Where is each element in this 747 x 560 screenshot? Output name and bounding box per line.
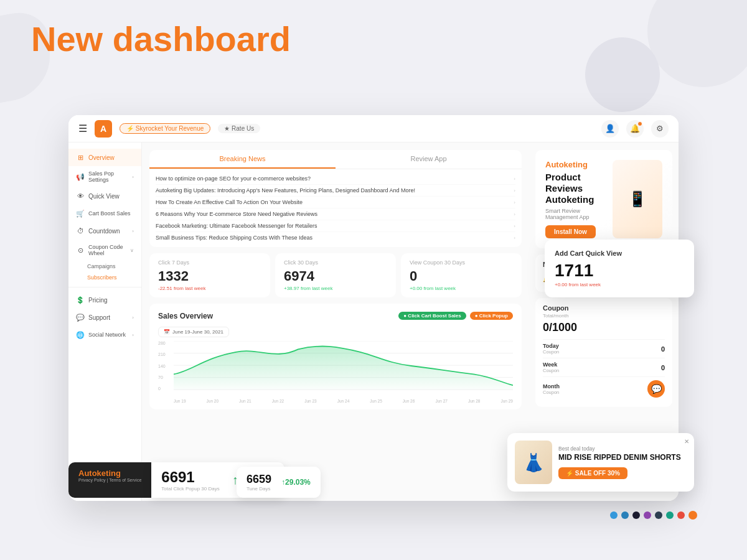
settings-gear-icon[interactable]: ⚙ [651, 120, 669, 138]
best-deal-image: 👗 [515, 441, 552, 484]
skyrocket-badge[interactable]: ⚡ Skyrocket Your Revenue [120, 123, 210, 134]
news-item[interactable]: How to optimize on-page SEO for your e-c… [156, 173, 515, 185]
sidebar-sales-pop-label: Sales Pop Settings [88, 170, 128, 183]
rate-us-badge[interactable]: ★ Rate Us [218, 124, 260, 133]
sidebar-item-pricing[interactable]: 💲 Pricing [68, 291, 141, 309]
sidebar-divider [68, 287, 141, 287]
news-arrow-icon: › [514, 200, 515, 205]
color-dot-5[interactable] [655, 511, 662, 519]
date-filter[interactable]: 📅 June 19-June 30, 2021 [158, 327, 229, 337]
sidebar-cart-boost-label: Cart Boost Sales [88, 210, 131, 217]
promo-image: 📱 [613, 160, 662, 238]
quick-view-value: 1711 [555, 261, 684, 281]
sale-off-button[interactable]: ⚡ SALE OFF 30% [558, 467, 627, 479]
color-dot-8[interactable] [688, 511, 697, 520]
stat-label-30: Click 30 Days [284, 259, 387, 266]
color-dot-4[interactable] [644, 511, 651, 519]
sidebar-coupon-label: Coupon Code Wheel [88, 244, 126, 256]
coupon-row-week: Week Coupon 0 [543, 358, 665, 376]
color-dot-2[interactable] [621, 511, 629, 519]
stat-value-coupon: 0 [410, 268, 513, 284]
sidebar-item-cart-boost[interactable]: 🛒 Cart Boost Sales [68, 205, 141, 222]
notification-dot [637, 121, 642, 126]
stat-change-coupon: +0.00 from last week [410, 286, 513, 291]
sales-header: Sales Overview ● Click Cart Boost Sales … [158, 310, 513, 321]
quick-view-card: Add Cart Quick View 1711 +0.00 from last… [545, 240, 694, 297]
tune-pct-value: 29.03% [285, 478, 311, 487]
sales-pop-icon: 📢 [76, 172, 85, 181]
news-arrow-icon: › [514, 212, 515, 217]
news-item[interactable]: 6 Reasons Why Your E-commerce Store Need… [156, 208, 515, 220]
coupon-row-month: Month Coupon 💬 [543, 376, 665, 401]
stat-change-7: -22.51 from last week [158, 286, 261, 291]
stats-row: Click 7 Days 1332 -22.51 from last week … [149, 253, 522, 297]
color-dot-7[interactable] [677, 511, 685, 519]
news-arrow-icon: › [514, 223, 515, 229]
sidebar-item-quick-view[interactable]: 👁 Quick View [68, 187, 141, 205]
coupon-total-label: Total/month [543, 313, 665, 319]
news-arrow-icon: › [514, 188, 515, 194]
color-dots [610, 511, 697, 520]
hamburger-menu[interactable]: ☰ [78, 123, 87, 134]
stat-change-30: +38.97 from last week [284, 286, 387, 291]
best-deal-subtitle: Best deal today [558, 446, 681, 452]
topbar-right: 👤 🔔 ⚙ [601, 120, 669, 138]
coupon-total-value: 0/1000 [543, 321, 665, 334]
tune-days-card: 6659 Tune Days ↑ 29.03% [237, 467, 321, 498]
color-dot-3[interactable] [632, 511, 640, 519]
news-item[interactable]: Autoketing Big Updates: Introducing App'… [156, 185, 515, 197]
chart-x-axis: Jun 19 Jun 20 Jun 21 Jun 22 Jun 23 Jun 2… [174, 399, 513, 403]
rate-us-label: ★ Rate Us [224, 125, 254, 132]
skyrocket-label: ⚡ Skyrocket Your Revenue [126, 125, 204, 132]
sidebar-item-sales-pop[interactable]: 📢 Sales Pop Settings › [68, 166, 141, 187]
support-icon: 💬 [76, 313, 85, 322]
arrow-icon-4: › [132, 315, 134, 320]
sales-section: Sales Overview ● Click Cart Boost Sales … [149, 304, 522, 409]
social-icon: 🌐 [76, 330, 85, 339]
stat-card-click-30: Click 30 Days 6974 +38.97 from last week [275, 253, 396, 297]
sidebar-sub-campaigns[interactable]: Campaigns [68, 261, 141, 272]
sidebar-item-social[interactable]: 🌐 Social Network › [68, 326, 141, 343]
stat-value-30: 6974 [284, 268, 387, 284]
sidebar-support-label: Support [88, 314, 110, 321]
sidebar-sub-subscribers[interactable]: Subscribers [68, 272, 141, 283]
badge-cart-boost: ● Click Cart Boost Sales [398, 312, 466, 320]
sidebar-item-coupon-wheel[interactable]: ⊙ Coupon Code Wheel ∨ [68, 240, 141, 261]
install-now-button[interactable]: Install Now [545, 225, 596, 238]
bottom-stat-info: 6691 Total Click Popup 30 Days [161, 469, 219, 492]
promo-subtitle: Smart Review Management App [545, 208, 606, 220]
coupon-rows: Today Coupon 0 Week Coupon 0 [543, 339, 665, 401]
sales-badges: ● Click Cart Boost Sales ● Click Popup [398, 312, 513, 320]
sales-chart: 280 210 140 70 0 [158, 341, 513, 403]
best-deal-text: Best deal today MID RISE RIPPED DENIM SH… [558, 446, 681, 478]
coupon-month-button[interactable]: 💬 [647, 380, 665, 398]
news-item[interactable]: How To Create An Effective Call To Actio… [156, 197, 515, 208]
bg-decoration-2 [585, 37, 660, 112]
sidebar-item-countdown[interactable]: ⏱ Countdown › [68, 222, 141, 240]
tab-breaking-news[interactable]: Breaking News [149, 150, 336, 169]
sidebar-item-support[interactable]: 💬 Support › [68, 309, 141, 326]
best-deal-title: MID RISE RIPPED DENIM SHORTS [558, 453, 681, 462]
news-tabs: Breaking News Review App [149, 150, 522, 169]
coupon-row-today: Today Coupon 0 [543, 339, 665, 358]
best-deal-popup: ✕ 👗 Best deal today MID RISE RIPPED DENI… [507, 433, 694, 492]
sidebar-overview-label: Overview [88, 154, 115, 161]
news-item[interactable]: Small Business Tips: Reduce Shipping Cos… [156, 232, 515, 243]
stat-label-coupon: View Coupon 30 Days [410, 259, 513, 266]
stat-label-7: Click 7 Days [158, 259, 261, 266]
color-dot-6[interactable] [666, 511, 674, 519]
sidebar-pricing-label: Pricing [88, 297, 108, 304]
color-dot-1[interactable] [610, 511, 618, 519]
sidebar-item-overview[interactable]: ⊞ Overview [68, 149, 141, 166]
promo-card: Autoketing Product Reviews Autoketing Sm… [535, 150, 672, 248]
sidebar: ⊞ Overview 📢 Sales Pop Settings › 👁 Quic… [68, 142, 142, 501]
news-item[interactable]: Facebook Marketing: Ultimate Facebook Me… [156, 220, 515, 232]
best-deal-close-button[interactable]: ✕ [684, 438, 689, 445]
sidebar-countdown-label: Countdown [88, 228, 120, 235]
stat-card-click-7: Click 7 Days 1332 -22.51 from last week [149, 253, 270, 297]
bg-decoration-1 [647, 0, 747, 87]
brand-name: Autoketing [78, 469, 141, 478]
tab-review-app[interactable]: Review App [336, 150, 522, 169]
user-icon[interactable]: 👤 [601, 120, 619, 138]
notification-bell-icon[interactable]: 🔔 [626, 120, 644, 138]
